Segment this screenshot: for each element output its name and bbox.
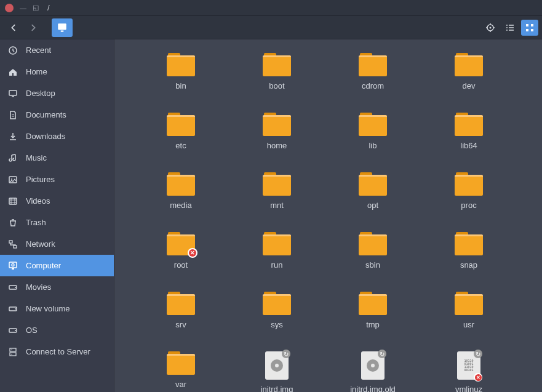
grid-view-button[interactable]	[521, 20, 538, 36]
minimize-button[interactable]: —	[20, 4, 26, 12]
sidebar-item-movies[interactable]: Movies	[0, 276, 114, 298]
file-view: binbootcdromdevetchomeliblib64mediamntop…	[114, 39, 542, 392]
sidebar-item-computer[interactable]: Computer	[0, 255, 114, 276]
forward-button[interactable]	[23, 18, 43, 37]
folder-tmp[interactable]: tmp	[325, 289, 421, 332]
videos-icon	[7, 196, 18, 207]
path-computer-button[interactable]	[52, 18, 73, 37]
item-label: sbin	[365, 260, 380, 270]
folder-dev[interactable]: dev	[421, 50, 517, 93]
documents-icon	[7, 110, 18, 121]
folder-icon	[455, 172, 483, 196]
folder-root[interactable]: root	[133, 230, 229, 272]
folder-bin[interactable]: bin	[133, 50, 229, 93]
symlink-badge-icon	[282, 350, 290, 358]
svg-point-3	[490, 26, 492, 28]
sidebar-item-recent[interactable]: Recent	[0, 39, 114, 61]
sidebar-item-label: Desktop	[26, 89, 55, 98]
sidebar-item-connect-to-server[interactable]: Connect to Server	[0, 341, 114, 362]
sidebar-item-videos[interactable]: Videos	[0, 190, 114, 212]
close-button[interactable]	[5, 4, 14, 12]
folder-lib64[interactable]: lib64	[421, 110, 517, 153]
folder-lib[interactable]: lib	[325, 110, 421, 153]
restricted-badge-icon	[474, 373, 482, 382]
folder-opt[interactable]: opt	[325, 170, 421, 212]
folder-home[interactable]: home	[229, 110, 325, 153]
folder-icon	[167, 172, 195, 196]
file-icon: 10110010011101000101	[457, 351, 480, 380]
sidebar-item-label: Computer	[26, 261, 61, 270]
folder-icon	[359, 232, 387, 255]
item-label: var	[175, 380, 186, 389]
restricted-badge-icon	[188, 248, 197, 258]
drive-icon	[7, 282, 18, 293]
file-initrd-img[interactable]: initrd.img	[229, 349, 325, 392]
item-label: opt	[367, 201, 378, 210]
music-icon	[7, 153, 18, 164]
sidebar-item-home[interactable]: Home	[0, 61, 114, 82]
svg-rect-15	[9, 262, 17, 268]
location-button[interactable]	[482, 20, 499, 36]
item-label: vmlinuz	[455, 385, 482, 392]
folder-run[interactable]: run	[229, 230, 325, 272]
folder-media[interactable]: media	[133, 170, 229, 212]
item-label: lib	[369, 141, 377, 150]
folder-etc[interactable]: etc	[133, 110, 229, 153]
folder-icon	[167, 232, 195, 255]
sidebar-item-network[interactable]: Network	[0, 233, 114, 255]
folder-usr[interactable]: usr	[421, 289, 517, 332]
folder-proc[interactable]: proc	[421, 170, 517, 212]
sidebar-item-label: Recent	[26, 46, 51, 55]
svg-rect-4	[526, 24, 528, 26]
file-vmlinuz[interactable]: 10110010011101000101vmlinuz	[421, 349, 517, 392]
folder-icon	[359, 53, 387, 76]
folder-mnt[interactable]: mnt	[229, 170, 325, 212]
sidebar-item-music[interactable]: Music	[0, 147, 114, 169]
target-icon	[485, 23, 495, 33]
item-label: proc	[461, 201, 476, 210]
sidebar-item-downloads[interactable]: Downloads	[0, 126, 114, 147]
svg-point-19	[15, 287, 16, 288]
svg-rect-13	[9, 241, 12, 243]
folder-icon	[263, 113, 291, 136]
folder-srv[interactable]: srv	[133, 289, 229, 332]
list-view-button[interactable]	[501, 20, 519, 36]
sidebar-item-pictures[interactable]: Pictures	[0, 169, 114, 190]
item-label: bin	[175, 81, 186, 90]
svg-point-26	[11, 349, 12, 350]
item-label: run	[271, 260, 283, 270]
sidebar-item-label: Trash	[26, 218, 46, 227]
item-label: srv	[175, 320, 186, 329]
sidebar-item-documents[interactable]: Documents	[0, 104, 114, 126]
svg-rect-17	[12, 268, 14, 270]
folder-sbin[interactable]: sbin	[325, 230, 421, 272]
item-label: boot	[269, 81, 284, 90]
svg-point-11	[11, 178, 12, 180]
sidebar-item-desktop[interactable]: Desktop	[0, 82, 114, 104]
folder-sys[interactable]: sys	[229, 289, 325, 332]
svg-rect-14	[14, 246, 17, 248]
drive-icon	[7, 325, 18, 336]
chevron-left-icon	[9, 23, 18, 32]
sidebar-item-trash[interactable]: Trash	[0, 212, 114, 233]
folder-var[interactable]: var	[133, 349, 229, 392]
sidebar-item-new-volume[interactable]: New volume	[0, 298, 114, 319]
folder-icon	[167, 351, 195, 375]
folder-snap[interactable]: snap	[421, 230, 517, 272]
file-initrd-img-old[interactable]: initrd.img.old	[325, 349, 421, 392]
desktop-icon	[7, 88, 18, 99]
svg-point-27	[11, 353, 12, 354]
back-button[interactable]	[4, 18, 23, 37]
computer-icon	[7, 260, 18, 271]
folder-icon	[455, 232, 483, 255]
list-icon	[505, 23, 515, 33]
maximize-button[interactable]: ◱	[33, 4, 39, 12]
folder-icon	[359, 113, 387, 136]
sidebar-item-os[interactable]: OS	[0, 319, 114, 341]
sidebar-item-label: Documents	[26, 110, 66, 119]
folder-boot[interactable]: boot	[229, 50, 325, 93]
svg-rect-12	[9, 198, 17, 204]
folder-cdrom[interactable]: cdrom	[325, 50, 421, 93]
svg-rect-0	[58, 23, 66, 30]
item-label: tmp	[366, 320, 380, 329]
